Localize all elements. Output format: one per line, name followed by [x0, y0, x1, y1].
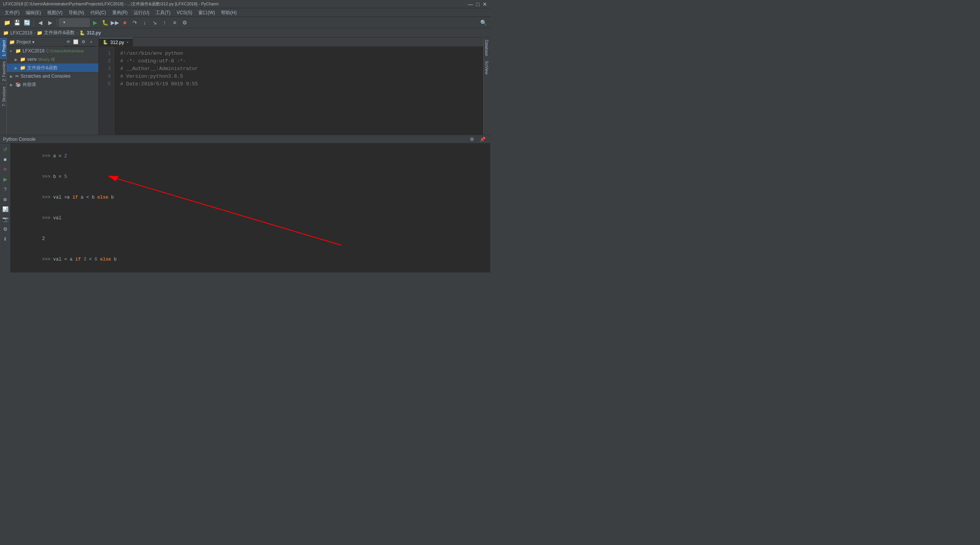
sync-files-button[interactable]: ⟳	[65, 38, 72, 45]
code-line-1: #!/usr/bin/env python	[120, 50, 477, 57]
structure-vtab[interactable]: 7: Structure	[0, 84, 7, 109]
menu-vcs[interactable]: VCS(S)	[173, 8, 195, 17]
code-a-assign: a = 2	[53, 153, 67, 159]
menubar: 文件(F) 编辑(E) 视图(V) 导航(N) 代码(C) 重构(R) 运行(U…	[0, 8, 490, 17]
sciview-tab[interactable]: SciView	[484, 59, 491, 77]
console-line-2: >>> b = 5	[15, 166, 486, 187]
back-button[interactable]: ◀	[36, 18, 45, 27]
toolbar-separator2	[57, 19, 57, 26]
tree-item-lfxc2018[interactable]: ▾ 📁 LFXC2018 C:\Users\Administra	[7, 47, 98, 55]
show-options-button[interactable]: ⚙	[80, 38, 87, 45]
forward-button[interactable]: ▶	[46, 18, 55, 27]
database-tab[interactable]: Database	[484, 38, 491, 59]
line-num-1: 1	[99, 50, 111, 57]
console-output[interactable]: >>> a = 2 >>> b = 5 >>> val =a if a < b …	[11, 144, 490, 272]
step-out-button[interactable]: ↑	[160, 18, 169, 27]
project-vtab[interactable]: 1: Project	[0, 38, 7, 59]
save-button[interactable]: 💾	[12, 18, 21, 27]
tree-item-venv[interactable]: ▶ 📁 venv library 根	[7, 55, 98, 64]
console-line-4: >>> val	[15, 208, 486, 228]
open-folder-button[interactable]: 📁	[2, 18, 11, 27]
console-stop-button[interactable]: ■	[1, 155, 10, 163]
prompt-5: >>>	[42, 257, 53, 262]
console-pin-button[interactable]: 📌	[478, 135, 487, 144]
evaluate-button[interactable]: ≡	[170, 18, 179, 27]
project-panel: 📁 Project ▾ ⟳ ⬜ ⚙ + ▾ 📁 LFXC2018 C:\User…	[7, 38, 99, 135]
minimize-button[interactable]: —	[468, 1, 473, 7]
breadcrumb-file[interactable]: 🐍 312.py	[79, 30, 101, 36]
tree-item-scratches[interactable]: ▶ ✏ Scratches and Consoles	[7, 72, 98, 80]
menu-window[interactable]: 窗口(W)	[195, 8, 218, 17]
resume-button[interactable]: ↷	[130, 18, 139, 27]
console-run-button[interactable]: ▶	[1, 175, 10, 183]
console-rerun-button[interactable]: ↺	[1, 145, 10, 153]
tree-item-fileops[interactable]: ▶ 📁 文件操作&函数	[7, 64, 98, 72]
stop-button[interactable]: ■	[120, 18, 129, 27]
menu-run[interactable]: 运行(U)	[131, 8, 152, 17]
breadcrumb-folder[interactable]: 📁 文件操作&函数	[37, 29, 75, 36]
code-val-assign2: val = a if 3 < 6 else b	[53, 257, 117, 262]
console-close-button[interactable]: ✕	[1, 165, 10, 173]
extlibs-icon: 📚	[15, 82, 21, 87]
tree-sub-venv: library 根	[38, 57, 55, 62]
titlebar-title: LFXC2018 [C:\Users\Administrator\Pycharm…	[3, 1, 219, 7]
scratches-icon: ✏	[15, 73, 19, 79]
console-settings-button[interactable]: ⚙	[467, 135, 476, 144]
folder-icon-lfxc2018: 📁	[15, 48, 21, 54]
project-dropdown[interactable]: ▾	[32, 39, 34, 45]
menu-edit[interactable]: 编辑(E)	[23, 8, 44, 17]
console-download-button[interactable]: ⬇	[1, 235, 10, 243]
project-icon: 📁	[9, 39, 15, 45]
menu-refactor[interactable]: 重构(R)	[109, 8, 131, 17]
run-config-selector[interactable]: ▾	[59, 18, 90, 27]
editor-area: 🐍 312.py × 1 2 3 4 5 #!/usr/bin/env pyth…	[99, 38, 483, 135]
debug-button[interactable]: 🐛	[100, 18, 110, 27]
collapse-all-button[interactable]: ⬜	[72, 38, 79, 45]
menu-navigate[interactable]: 导航(N)	[65, 8, 87, 17]
console-line-3: >>> val =a if a < b else b	[15, 187, 486, 208]
tree-sub-lfxc2018: C:\Users\Administra	[46, 49, 83, 53]
sync-button[interactable]: 🔄	[22, 18, 31, 27]
maximize-button[interactable]: □	[476, 1, 479, 7]
console-header: Python Console ⚙ 📌	[0, 135, 490, 144]
project-title: Project	[16, 39, 31, 45]
console-snapshot-button[interactable]: 📷	[1, 215, 10, 223]
code-line-2: # -*- coding:utf-8 -*-	[120, 57, 477, 65]
breadcrumb-file-label: 312.py	[87, 30, 101, 36]
menu-code[interactable]: 代码(C)	[87, 8, 109, 17]
breadcrumb-sep1: ›	[34, 30, 35, 36]
menu-file[interactable]: 文件(F)	[2, 8, 23, 17]
window-controls: — □ ✕	[468, 1, 487, 7]
upper-area: 1: Project 2: Favorites 7: Structure 📁 P…	[0, 38, 490, 135]
code-content[interactable]: #!/usr/bin/env python # -*- coding:utf-8…	[114, 47, 483, 135]
python-icon: 🐍	[103, 40, 108, 45]
menu-tools[interactable]: 工具(T)	[152, 8, 173, 17]
code-line-5: # Date:2018/5/19 0019 9:55	[120, 80, 477, 88]
expand-all-button[interactable]: +	[88, 38, 95, 45]
console-plots-button[interactable]: 📊	[1, 205, 10, 213]
favorites-vtab[interactable]: 2: Favorites	[0, 59, 7, 83]
breadcrumb: 📁 LFXC2018 › 📁 文件操作&函数 › 🐍 312.py	[0, 28, 490, 38]
step-over-button[interactable]: ↓	[140, 18, 149, 27]
close-button[interactable]: ✕	[483, 1, 487, 7]
tree-label-fileops: 文件操作&函数	[27, 65, 58, 71]
console-vars-button[interactable]: ≣	[1, 195, 10, 203]
run-config-arrow: ▾	[63, 20, 65, 25]
run-button[interactable]: ▶	[90, 18, 100, 27]
step-into-button[interactable]: ↘	[150, 18, 159, 27]
code-val-print1: val	[53, 215, 62, 221]
console-settings2-button[interactable]: ⚙	[1, 225, 10, 233]
menu-help[interactable]: 帮助(H)	[218, 8, 240, 17]
tree-item-extlibs[interactable]: ▶ 📚 外部库	[7, 80, 98, 89]
tab-close-312py[interactable]: ×	[126, 40, 129, 44]
run-with-coverage[interactable]: ▶▶	[110, 18, 119, 27]
tab-312py[interactable]: 🐍 312.py ×	[99, 38, 133, 46]
search-everywhere-button[interactable]: 🔍	[479, 18, 488, 27]
code-line-4: # Version:python3.6.5	[120, 73, 477, 80]
breadcrumb-project[interactable]: 📁 LFXC2018	[3, 30, 32, 36]
run-config-mgr-button[interactable]: ⚙	[180, 18, 189, 27]
menu-view[interactable]: 视图(V)	[44, 8, 65, 17]
tree-arrow-venv: ▶	[15, 57, 19, 62]
folder-icon-fileops: 📁	[20, 65, 26, 70]
console-help-button[interactable]: ?	[1, 185, 10, 193]
